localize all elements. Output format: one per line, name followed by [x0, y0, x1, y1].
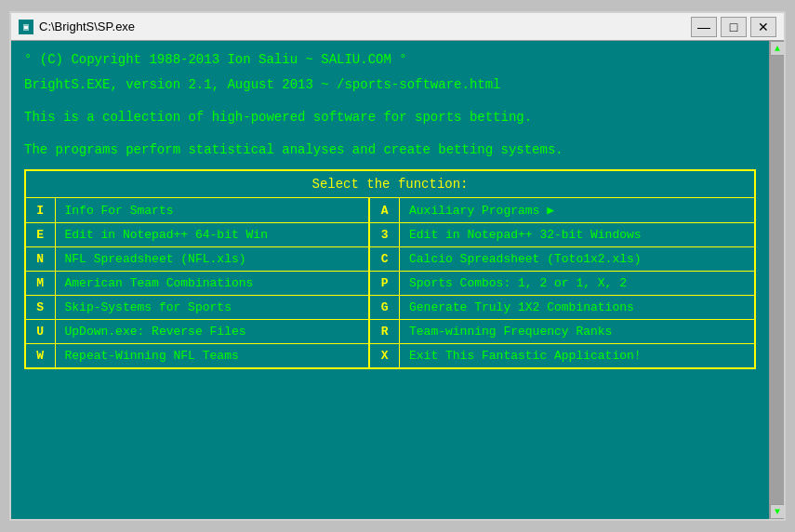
- menu-key-left[interactable]: I: [25, 198, 55, 223]
- main-window: ▣ C:\BrightS\SP.exe — □ ✕ ° (C) Copyrigh…: [9, 11, 786, 521]
- menu-key-right[interactable]: R: [369, 320, 399, 344]
- menu-header-row: Select the function:: [25, 170, 755, 198]
- menu-label-left[interactable]: UpDown.exe: Reverse Files: [55, 320, 369, 344]
- menu-table: Select the function: IInfo For SmartsAAu…: [24, 169, 756, 369]
- menu-label-left[interactable]: Info For Smarts: [55, 198, 369, 223]
- description-line2: The programs perform statistical analyse…: [24, 140, 771, 160]
- menu-key-right[interactable]: 3: [369, 223, 399, 247]
- title-bar-buttons: — □ ✕: [691, 17, 776, 37]
- menu-label-left[interactable]: Skip-Systems for Sports: [55, 296, 369, 320]
- content-area: ° (C) Copyright 1988-2013 Ion Saliu ~ SA…: [11, 41, 784, 519]
- menu-label-right[interactable]: Exit This Fantastic Application!: [399, 344, 755, 369]
- menu-label-left[interactable]: Repeat-Winning NFL Teams: [55, 344, 369, 369]
- menu-key-right[interactable]: P: [369, 272, 399, 296]
- menu-label-left[interactable]: American Team Combinations: [55, 272, 369, 296]
- menu-key-left[interactable]: M: [25, 272, 55, 296]
- menu-key-left[interactable]: S: [25, 296, 55, 320]
- title-bar: ▣ C:\BrightS\SP.exe — □ ✕: [11, 13, 784, 41]
- menu-row[interactable]: WRepeat-Winning NFL TeamsXExit This Fant…: [25, 344, 755, 369]
- maximize-button[interactable]: □: [721, 17, 747, 37]
- menu-label-right[interactable]: Sports Combos: 1, 2 or 1, X, 2: [399, 272, 755, 296]
- menu-key-right[interactable]: C: [369, 247, 399, 272]
- minimize-button[interactable]: —: [691, 17, 717, 37]
- menu-row[interactable]: UUpDown.exe: Reverse FilesRTeam-winning …: [25, 320, 755, 344]
- menu-key-right[interactable]: G: [369, 296, 399, 320]
- menu-key-left[interactable]: W: [25, 344, 55, 369]
- scrollbar-track[interactable]: [770, 56, 784, 504]
- menu-key-left[interactable]: N: [25, 247, 55, 272]
- menu-label-right[interactable]: Generate Truly 1X2 Combinations: [399, 296, 755, 320]
- menu-body: IInfo For SmartsAAuxiliary Programs ▶EEd…: [25, 198, 755, 369]
- description-line1: This is a collection of high-powered sof…: [24, 108, 771, 127]
- menu-label-right[interactable]: Edit in Notepad++ 32-bit Windows: [399, 223, 755, 247]
- menu-label-left[interactable]: NFL Spreadsheet (NFL.xls): [55, 247, 369, 272]
- menu-row[interactable]: SSkip-Systems for SportsGGenerate Truly …: [25, 296, 755, 320]
- menu-row[interactable]: MAmerican Team CombinationsPSports Combo…: [25, 272, 755, 296]
- menu-label-right[interactable]: Team-winning Frequency Ranks: [399, 320, 755, 344]
- menu-label-right[interactable]: Auxiliary Programs ▶: [399, 198, 755, 223]
- title-bar-left: ▣ C:\BrightS\SP.exe: [19, 20, 135, 34]
- menu-key-left[interactable]: U: [25, 320, 55, 344]
- scroll-down-button[interactable]: ▼: [770, 504, 784, 519]
- version-line: BrightS.EXE, version 2.1, August 2013 ~ …: [24, 75, 771, 95]
- close-button[interactable]: ✕: [750, 17, 776, 37]
- menu-row[interactable]: IInfo For SmartsAAuxiliary Programs ▶: [25, 198, 755, 223]
- menu-label-left[interactable]: Edit in Notepad++ 64-bit Win: [55, 223, 369, 247]
- window-title: C:\BrightS\SP.exe: [39, 20, 135, 33]
- menu-key-right[interactable]: X: [369, 344, 399, 369]
- menu-label-right[interactable]: Calcio Spreadsheet (Toto1x2.xls): [399, 247, 755, 272]
- menu-row[interactable]: NNFL Spreadsheet (NFL.xls)CCalcio Spread…: [25, 247, 755, 272]
- copyright-line: ° (C) Copyright 1988-2013 Ion Saliu ~ SA…: [24, 50, 771, 70]
- menu-row[interactable]: EEdit in Notepad++ 64-bit Win3Edit in No…: [25, 223, 755, 247]
- menu-header: Select the function:: [25, 170, 755, 198]
- window-icon: ▣: [19, 20, 33, 34]
- scrollbar: ▲ ▼: [769, 41, 784, 519]
- menu-key-right[interactable]: A: [369, 198, 399, 223]
- scroll-up-button[interactable]: ▲: [770, 41, 784, 56]
- menu-key-left[interactable]: E: [25, 223, 55, 247]
